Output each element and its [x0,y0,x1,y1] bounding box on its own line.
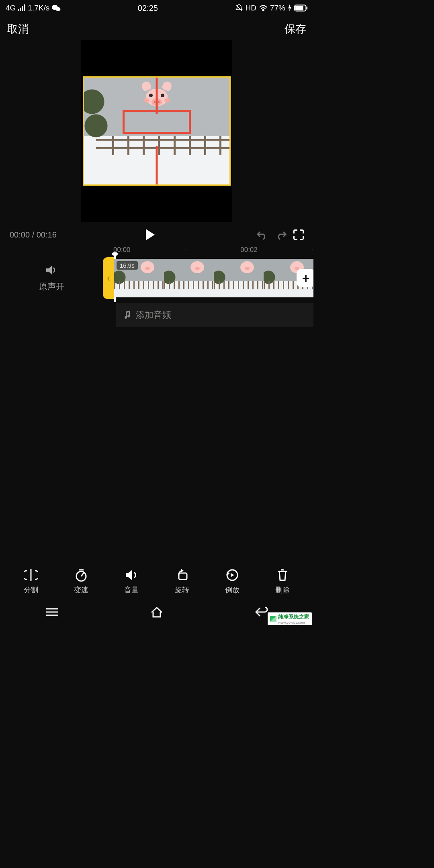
watermark-title: 纯净系统之家 [278,614,309,620]
watermark: 纯净系统之家 www.ycwjzy.com [268,612,312,625]
tool-label: 旋转 [175,585,189,595]
svg-line-8 [81,573,84,576]
nav-back-button[interactable] [254,606,268,619]
original-sound-toggle[interactable]: 原声开 [0,264,103,292]
timeline-ruler: 00:00 · 00:02 · [0,244,313,257]
tool-reverse[interactable]: 倒放 [225,568,240,595]
tool-label: 音量 [124,585,139,595]
clip-handle-left[interactable]: ‹ [103,257,114,299]
network-label: 4G [6,4,16,12]
timeline: 原声开 ‹ 16.9s + [0,257,313,299]
undo-button[interactable] [256,229,268,240]
clip-track[interactable]: 16.9s + [114,259,313,297]
ruler-tick-1: 00:02 [240,246,258,254]
svg-rect-5 [306,6,307,10]
tool-speed[interactable]: 变速 [74,568,88,595]
save-button[interactable]: 保存 [285,22,306,36]
system-nav-bar [0,599,313,627]
music-note-icon [123,311,131,319]
reverse-icon [225,568,240,582]
clip-duration-badge: 16.9s [117,261,138,270]
redo-button[interactable] [275,229,287,240]
svg-point-1 [56,7,61,11]
svg-rect-10 [179,573,187,579]
ruler-dot: · [311,246,313,254]
ruler-dot: · [184,246,186,254]
trash-icon [276,568,289,582]
network-speed: 1.7K/s [28,4,49,12]
crop-frame[interactable] [83,76,231,186]
tool-split[interactable]: 分割 [24,568,38,595]
add-audio-button[interactable]: 添加音频 [116,303,313,327]
clip-thumbnail[interactable]: 16.9s [114,259,164,297]
add-clip-button[interactable]: + [297,269,313,287]
tool-delete[interactable]: 删除 [275,568,290,595]
watermark-flag-icon [270,616,276,622]
wifi-icon [259,4,268,12]
bell-off-icon [235,4,243,12]
hd-label: HD [246,4,256,12]
volume-icon [124,568,139,582]
watermark-url: www.ycwjzy.com [278,620,309,624]
time-display: 00:00 / 00:16 [10,230,57,240]
cancel-button[interactable]: 取消 [7,22,29,36]
signal-icon [18,5,25,11]
time-total: 00:16 [37,230,57,239]
battery-icon [294,4,308,12]
nav-menu-button[interactable] [45,607,59,618]
wechat-icon [52,4,61,12]
split-icon [24,568,38,582]
annotation-arrow-down [156,146,158,186]
battery-pct: 77% [270,4,285,12]
add-audio-label: 添加音频 [136,309,171,321]
play-button[interactable] [146,229,155,240]
clip-thumbnail[interactable] [164,259,214,297]
svg-rect-4 [295,6,303,10]
video-preview[interactable] [81,40,232,222]
time-sep: / [32,230,35,239]
speed-icon [74,568,88,582]
time-current: 00:00 [10,230,30,239]
tool-volume[interactable]: 音量 [124,568,139,595]
status-left: 4G 1.7K/s [6,4,61,12]
status-bar: 4G 1.7K/s 02:25 HD 77% [0,0,313,16]
nav-home-button[interactable] [150,606,164,620]
fullscreen-button[interactable] [293,229,304,240]
scene-fence [96,137,229,154]
playback-bar: 00:00 / 00:16 [0,222,313,244]
charging-icon [288,4,292,12]
tool-label: 分割 [24,585,38,595]
speaker-icon [45,264,57,278]
original-sound-label: 原声开 [39,281,64,292]
tool-label: 倒放 [225,585,240,595]
clock: 02:25 [138,4,158,13]
editor-header: 取消 保存 [0,16,313,40]
tool-label: 删除 [275,585,290,595]
rotate-icon [175,568,189,582]
tool-bar: 分割 变速 音量 旋转 倒放 删除 [0,568,313,595]
tool-label: 变速 [74,585,88,595]
preview-area [0,40,313,222]
annotation-arrow-up [156,76,158,114]
status-right: HD 77% [235,4,308,12]
tool-rotate[interactable]: 旋转 [175,568,189,595]
clip-thumbnail[interactable] [214,259,264,297]
svg-point-2 [262,10,264,11]
